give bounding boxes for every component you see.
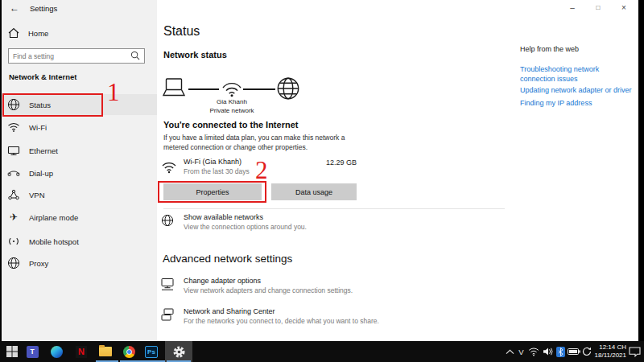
internet-globe-icon <box>277 77 299 103</box>
maximize-button[interactable]: □ <box>585 0 611 15</box>
show-networks-title: Show available networks <box>184 213 263 221</box>
taskbar-app-edge[interactable] <box>45 341 68 362</box>
window-controls: – □ × <box>559 0 637 15</box>
netflix-icon: N <box>76 346 87 358</box>
minimize-button[interactable]: – <box>559 0 585 15</box>
chrome-icon <box>123 346 135 358</box>
wifi-tray-icon[interactable] <box>527 341 540 362</box>
sidebar-item-proxy[interactable]: Proxy <box>2 253 157 274</box>
clock-date: 18/11/2021 <box>592 352 626 360</box>
connected-description: If you have a limited data plan, you can… <box>163 133 345 152</box>
edge-icon <box>51 346 63 358</box>
sidebar-item-label: Mobile hotspot <box>29 237 79 246</box>
sharing-subtitle: For the networks you connect to, decide … <box>184 317 379 325</box>
start-button[interactable] <box>1 341 23 362</box>
annotation-box-step2 <box>158 181 266 203</box>
teams-icon: T <box>27 346 39 358</box>
data-usage-button[interactable]: Data usage <box>271 183 357 200</box>
taskbar-clock[interactable]: 12:14 CH 18/11/2021 <box>592 341 626 362</box>
clock-time: 12:14 CH <box>592 343 626 352</box>
airplane-icon: ✈ <box>7 211 20 224</box>
adapter-subtitle: View network adapters and change connect… <box>184 286 353 294</box>
sync-icon[interactable] <box>581 341 592 362</box>
volume-icon[interactable] <box>541 341 554 362</box>
ethernet-icon <box>7 144 20 157</box>
wifi-adapter-name: Wi-Fi (Gia Khanh) <box>184 158 242 166</box>
windows-logo-icon <box>6 346 18 357</box>
vpn-icon <box>7 188 20 201</box>
help-link-troubleshooting[interactable]: Troubleshooting network connection issue… <box>520 64 636 84</box>
search-box[interactable] <box>8 48 145 64</box>
taskbar-app-netflix[interactable]: N <box>70 341 93 362</box>
back-button[interactable]: ← <box>10 2 19 14</box>
sidebar-section-header: Network & Internet <box>9 72 76 81</box>
search-icon <box>130 49 140 64</box>
laptop-icon <box>161 78 187 102</box>
show-networks-subtitle: View the connection options around you. <box>184 223 307 231</box>
sidebar-item-mobile-hotspot[interactable]: Mobile hotspot <box>2 231 157 252</box>
taskbar-app-teams[interactable]: T <box>21 341 43 362</box>
advanced-settings-heading: Advanced network settings <box>163 253 292 265</box>
taskbar-app-file-explorer[interactable] <box>94 341 117 362</box>
adapter-title: Change adapter options <box>184 277 261 285</box>
sidebar-item-dialup[interactable]: Dial-up <box>2 162 157 183</box>
page-title: Status <box>163 24 200 39</box>
sidebar-item-ethernet[interactable]: Ethernet <box>2 140 157 161</box>
sidebar: ← Settings Home Network & Internet Statu… <box>2 0 157 341</box>
sidebar-item-home[interactable]: Home <box>7 27 48 39</box>
taskbar-app-settings[interactable] <box>165 341 192 362</box>
annotation-box-step1 <box>2 93 103 117</box>
proxy-icon <box>7 257 20 269</box>
sidebar-item-label: Proxy <box>29 259 48 268</box>
wifi-icon <box>7 121 20 134</box>
sidebar-item-label: Wi-Fi <box>29 123 47 132</box>
taskbar-app-chrome[interactable] <box>118 341 140 362</box>
sidebar-item-label: VPN <box>29 191 45 200</box>
help-link-ip-address[interactable]: Finding my IP address <box>520 98 636 108</box>
network-status-heading: Network status <box>163 50 227 60</box>
diagram-connector <box>188 88 219 90</box>
annotation-number-1: 1 <box>107 80 120 105</box>
wifi-period: From the last 30 days <box>184 167 250 175</box>
section-divider <box>163 208 505 209</box>
network-name: Gia Khanh <box>196 97 268 106</box>
gear-icon <box>173 346 185 358</box>
help-link-updating-driver[interactable]: Updating network adapter or driver <box>520 85 636 95</box>
sidebar-item-label: Home <box>28 29 48 38</box>
photoshop-icon: Ps <box>145 346 158 358</box>
network-type: Private network <box>196 106 268 115</box>
sidebar-item-label: Airplane mode <box>29 213 78 222</box>
connected-heading: You're connected to the Internet <box>163 120 298 130</box>
sidebar-item-label: Dial-up <box>29 169 53 178</box>
sidebar-item-vpn[interactable]: VPN <box>2 184 157 205</box>
sharing-icon <box>160 308 175 324</box>
settings-window: ← Settings Home Network & Internet Statu… <box>2 0 638 341</box>
home-icon <box>7 27 20 39</box>
globe-icon <box>161 214 174 230</box>
adapter-icon <box>160 278 175 294</box>
close-button[interactable]: × <box>611 0 637 15</box>
diagram-connector <box>243 88 275 90</box>
network-caption: Gia Khanh Private network <box>196 97 268 115</box>
battery-icon[interactable] <box>567 341 581 362</box>
sidebar-item-label: Ethernet <box>29 146 58 155</box>
notification-icon <box>629 347 641 357</box>
hotspot-icon <box>7 235 20 248</box>
bluetooth-icon[interactable] <box>555 341 566 362</box>
window-title: Settings <box>30 4 57 13</box>
data-used-value: 12.29 GB <box>306 158 357 167</box>
v-app-tray-icon[interactable]: V <box>516 341 526 362</box>
action-center-button[interactable] <box>627 341 642 362</box>
file-explorer-icon <box>99 347 112 356</box>
help-heading: Help from the web <box>520 45 579 53</box>
chevron-up-icon <box>506 349 514 355</box>
taskbar: T N Ps V <box>0 341 644 362</box>
show-hidden-icons-button[interactable] <box>504 341 515 362</box>
search-input[interactable] <box>13 52 130 60</box>
taskbar-app-photoshop[interactable]: Ps <box>140 341 163 362</box>
annotation-number-2: 2 <box>255 158 268 183</box>
dialup-icon <box>7 167 20 179</box>
wifi-adapter-icon <box>161 159 177 177</box>
sidebar-item-airplane-mode[interactable]: ✈ Airplane mode <box>2 207 157 228</box>
sidebar-item-wifi[interactable]: Wi-Fi <box>2 117 157 138</box>
